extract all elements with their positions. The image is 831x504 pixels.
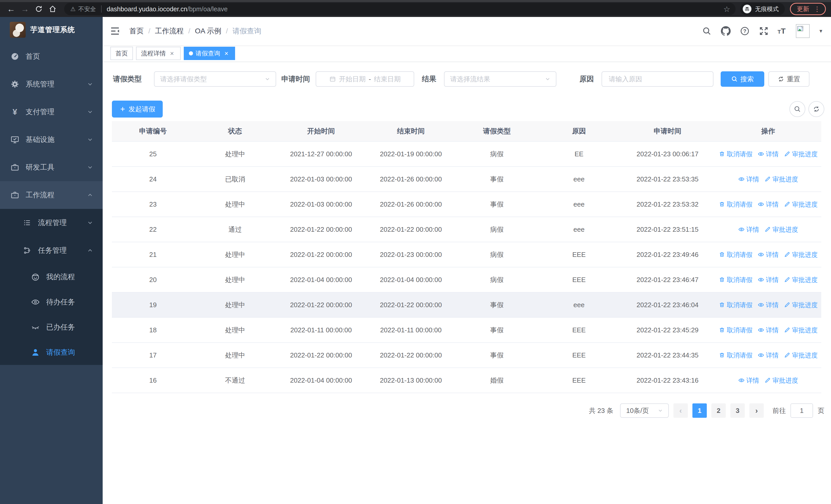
sidebar-item-待办任务[interactable]: 待办任务 <box>0 290 103 315</box>
page-button-1[interactable]: 1 <box>692 404 707 418</box>
progress-action-link[interactable]: 审批进度 <box>784 250 818 259</box>
progress-action-link[interactable]: 审批进度 <box>784 326 818 334</box>
update-chip[interactable]: 更新 ⋮ <box>790 3 826 15</box>
reason-input[interactable] <box>608 75 707 84</box>
cancel-action-link[interactable]: 取消请假 <box>719 301 752 309</box>
cell-reason: EEE <box>538 351 620 359</box>
tab-请假查询[interactable]: 请假查询× <box>184 47 235 60</box>
goto-label: 前往 <box>773 406 786 415</box>
breadcrumb-item[interactable]: 工作流程 <box>155 26 184 36</box>
eye-sm-icon <box>757 327 764 333</box>
goto-page-input[interactable] <box>791 404 813 418</box>
progress-action-link[interactable]: 审批进度 <box>784 150 818 158</box>
page-button-2[interactable]: 2 <box>711 404 726 418</box>
bookmark-star-icon[interactable]: ☆ <box>721 5 733 13</box>
sidebar-item-已办任务[interactable]: 已办任务 <box>0 315 103 340</box>
site-security[interactable]: ⚠ 不安全 <box>70 5 96 13</box>
refresh-table-button[interactable] <box>808 101 824 117</box>
sidebar-item-系统管理[interactable]: 系统管理 <box>0 70 103 98</box>
detail-action-link[interactable]: 详情 <box>757 301 779 309</box>
prev-page-button[interactable]: ‹ <box>674 404 688 418</box>
sidebar-item-首页[interactable]: 首页 <box>0 42 103 70</box>
detail-action-link[interactable]: 详情 <box>757 351 779 359</box>
detail-action-link[interactable]: 详情 <box>757 326 779 334</box>
sidebar-item-研发工具[interactable]: 研发工具 <box>0 153 103 181</box>
detail-action-link[interactable]: 详情 <box>757 276 779 284</box>
cancel-action-link[interactable]: 取消请假 <box>719 250 752 259</box>
app-navbar: 首页/工作流程/OA 示例/请假查询 ? TT <box>103 17 831 45</box>
collapse-sidebar-icon[interactable] <box>110 25 121 37</box>
detail-action-link[interactable]: 详情 <box>757 200 779 209</box>
detail-action-link[interactable]: 详情 <box>757 150 779 158</box>
forward-icon[interactable]: → <box>18 2 32 16</box>
leave-type-select[interactable]: 请选择请假类型 <box>154 71 276 87</box>
github-icon[interactable] <box>721 26 731 36</box>
cell-applied: 2022-01-22 23:53:35 <box>620 175 715 183</box>
detail-action-link[interactable]: 详情 <box>738 225 759 234</box>
progress-action-link[interactable]: 审批进度 <box>784 276 818 284</box>
progress-action-link[interactable]: 审批进度 <box>764 175 798 183</box>
cancel-action-link[interactable]: 取消请假 <box>719 200 752 209</box>
cancel-action-link[interactable]: 取消请假 <box>719 351 752 359</box>
tab-首页[interactable]: 首页 <box>110 47 133 60</box>
cell-actions: 取消请假详情审批进度 <box>715 150 821 158</box>
progress-action-link[interactable]: 审批进度 <box>784 301 818 309</box>
cell-type: 婚假 <box>456 376 538 385</box>
cancel-action-link[interactable]: 取消请假 <box>719 150 752 158</box>
avatar-caret-icon[interactable]: ▾ <box>820 28 822 34</box>
breadcrumb-item[interactable]: 首页 <box>130 26 144 36</box>
help-icon[interactable]: ? <box>740 26 750 36</box>
toggle-search-button[interactable] <box>790 101 805 117</box>
close-icon[interactable]: × <box>223 50 230 58</box>
trash-icon <box>719 151 725 157</box>
apply-time-range[interactable]: 开始日期 - 结束日期 <box>316 71 414 87</box>
address-bar[interactable]: ⚠ 不安全 dashboard.yudao.iocoder.cn/bpm/oa/… <box>64 3 736 15</box>
back-icon[interactable]: ← <box>4 2 18 16</box>
fullscreen-icon[interactable] <box>758 26 769 36</box>
search-icon[interactable] <box>701 26 712 36</box>
chevron-down-icon <box>87 164 93 171</box>
progress-action-link[interactable]: 审批进度 <box>784 351 818 359</box>
reload-icon[interactable] <box>32 2 46 16</box>
browser-menu-icon[interactable]: ⋮ <box>814 5 821 13</box>
sidebar-logo-row[interactable]: 芋道管理系统 <box>0 17 103 42</box>
close-icon[interactable]: × <box>168 50 175 58</box>
page-content: 请假类型 请选择请假类型 申请时间 开始日期 - 结束日期 结果 请选择流结果 <box>103 62 831 504</box>
detail-action-link[interactable]: 详情 <box>757 250 779 259</box>
sidebar-item-流程管理[interactable]: 流程管理 <box>0 209 103 237</box>
breadcrumb-separator: / <box>189 27 191 35</box>
sidebar-item-任务管理[interactable]: 任务管理 <box>0 237 103 264</box>
result-select[interactable]: 请选择流结果 <box>444 71 556 87</box>
create-leave-button[interactable]: 发起请假 <box>112 100 163 118</box>
cell-applied: 2022-01-22 23:43:16 <box>620 377 715 384</box>
reset-button[interactable]: 重置 <box>768 71 809 87</box>
detail-action-link[interactable]: 详情 <box>738 376 759 385</box>
cell-end: 2022-01-19 00:00:00 <box>366 150 456 158</box>
font-size-icon[interactable]: TT <box>778 27 785 35</box>
sidebar-item-我的流程[interactable]: 我的流程 <box>0 264 103 290</box>
breadcrumb-item[interactable]: OA 示例 <box>195 26 222 36</box>
tab-流程详情[interactable]: 流程详情× <box>136 47 181 60</box>
cancel-action-link[interactable]: 取消请假 <box>719 276 752 284</box>
sidebar-item-支付管理[interactable]: ¥支付管理 <box>0 98 103 126</box>
progress-action-link[interactable]: 审批进度 <box>784 200 818 209</box>
date-end-placeholder: 结束日期 <box>374 75 401 84</box>
detail-action-link[interactable]: 详情 <box>738 175 759 183</box>
page-button-3[interactable]: 3 <box>730 404 745 418</box>
cell-actions: 取消请假详情审批进度 <box>715 326 821 334</box>
cell-actions: 取消请假详情审批进度 <box>715 250 821 259</box>
cell-id: 24 <box>112 175 194 183</box>
sidebar-item-工作流程[interactable]: 工作流程 <box>0 181 103 209</box>
avatar[interactable] <box>796 24 810 38</box>
date-start-placeholder: 开始日期 <box>339 75 366 84</box>
cancel-action-link[interactable]: 取消请假 <box>719 326 752 334</box>
sidebar-item-基础设施[interactable]: 基础设施 <box>0 126 103 153</box>
progress-action-link[interactable]: 审批进度 <box>764 376 798 385</box>
cell-start: 2022-01-22 00:00:00 <box>276 226 366 234</box>
next-page-button[interactable]: › <box>749 404 764 418</box>
sidebar-item-请假查询[interactable]: 请假查询 <box>0 340 103 365</box>
search-button[interactable]: 搜索 <box>721 71 764 87</box>
progress-action-link[interactable]: 审批进度 <box>764 225 798 234</box>
page-size-select[interactable]: 10条/页 <box>620 404 669 418</box>
home-icon[interactable] <box>46 2 60 16</box>
